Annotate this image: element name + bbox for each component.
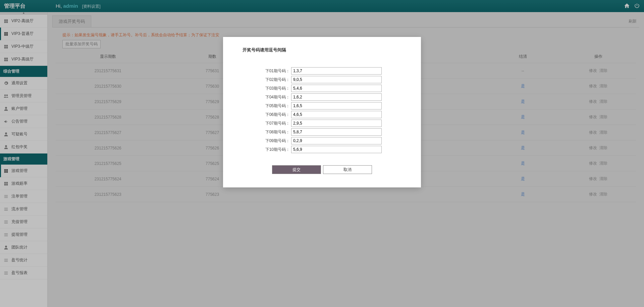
field-label: 下08期号码： xyxy=(262,129,290,135)
modal-field-row: 下03期号码： xyxy=(239,85,405,92)
modal-field-row: 下07期号码： xyxy=(239,120,405,127)
field-label: 下09期号码： xyxy=(262,138,290,144)
field-label: 下05期号码： xyxy=(262,103,290,109)
period-7-input[interactable] xyxy=(291,120,382,127)
modal-field-row: 下09期号码： xyxy=(239,137,405,144)
field-label: 下03期号码： xyxy=(262,86,290,91)
modal-field-row: 下01期号码： xyxy=(239,67,405,75)
period-6-input[interactable] xyxy=(291,111,382,118)
field-label: 下02期号码： xyxy=(262,77,290,83)
modal-field-row: 下10期号码： xyxy=(239,146,405,153)
cancel-button[interactable]: 取消 xyxy=(323,165,372,174)
modal-field-row: 下04期号码： xyxy=(239,93,405,101)
field-label: 下07期号码： xyxy=(262,121,290,126)
period-9-input[interactable] xyxy=(291,137,382,144)
modal-field-row: 下06期号码： xyxy=(239,111,405,118)
modal-overlay[interactable]: 开奖号码请用逗号间隔 下01期号码：下02期号码：下03期号码：下04期号码：下… xyxy=(0,0,644,307)
batch-add-modal: 开奖号码请用逗号间隔 下01期号码：下02期号码：下03期号码：下04期号码：下… xyxy=(223,37,421,187)
field-label: 下06期号码： xyxy=(262,112,290,118)
period-1-input[interactable] xyxy=(291,67,382,75)
submit-button[interactable]: 提交 xyxy=(272,165,321,174)
modal-field-row: 下05期号码： xyxy=(239,102,405,109)
field-label: 下01期号码： xyxy=(262,68,290,74)
period-8-input[interactable] xyxy=(291,128,382,136)
modal-field-row: 下02期号码： xyxy=(239,76,405,83)
modal-field-row: 下08期号码： xyxy=(239,128,405,136)
period-2-input[interactable] xyxy=(291,76,382,83)
field-label: 下04期号码： xyxy=(262,94,290,100)
period-3-input[interactable] xyxy=(291,85,382,92)
period-4-input[interactable] xyxy=(291,93,382,101)
field-label: 下10期号码： xyxy=(262,147,290,152)
modal-title: 开奖号码请用逗号间隔 xyxy=(239,47,405,53)
period-5-input[interactable] xyxy=(291,102,382,109)
period-10-input[interactable] xyxy=(291,146,382,153)
